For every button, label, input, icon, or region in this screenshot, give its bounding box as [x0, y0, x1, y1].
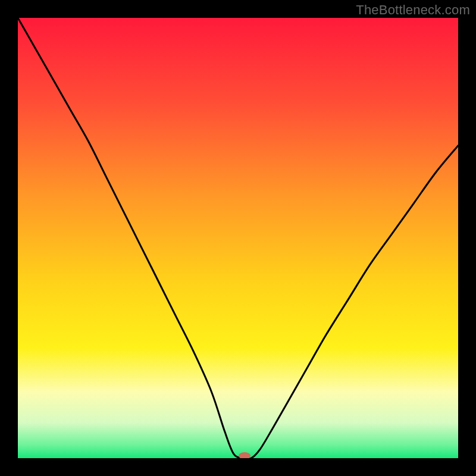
plot-area	[18, 18, 458, 458]
gradient-background	[18, 18, 458, 458]
chart-svg	[18, 18, 458, 458]
watermark-text: TheBottleneck.com	[356, 2, 470, 18]
chart-frame: TheBottleneck.com	[0, 0, 476, 476]
